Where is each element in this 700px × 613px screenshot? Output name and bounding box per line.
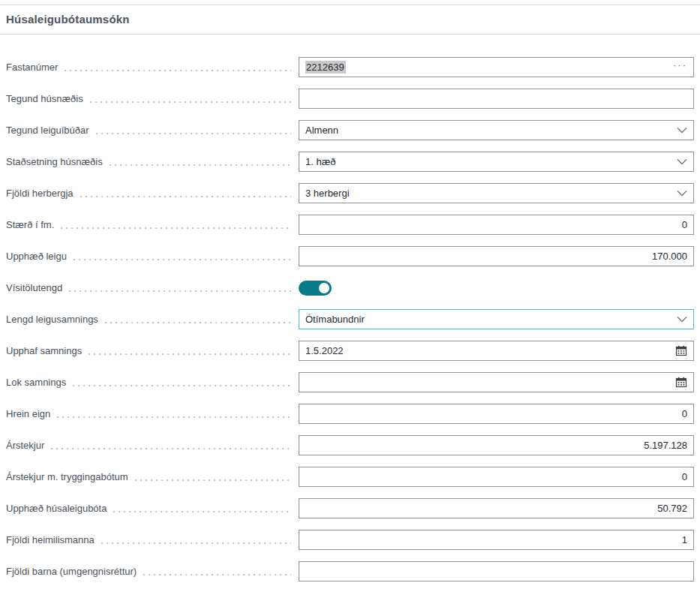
field-row-hrein-eign: Hrein eign 0: [6, 404, 694, 424]
selected-text: 2212639: [305, 61, 346, 74]
dotted-leader: [73, 385, 291, 387]
field-label: Hrein eign: [6, 408, 50, 419]
dotted-leader: [51, 448, 291, 450]
field-label: Tegund leiguíbúðar: [6, 125, 89, 136]
field-row-lok-samnings: Lok samnings: [6, 372, 694, 392]
field-label: Lok samnings: [6, 377, 66, 388]
field-row-arstekjur: Árstekjur 5.197.128: [6, 435, 694, 455]
arstekjur-m-tryggingabotum-input[interactable]: 0: [299, 467, 694, 487]
dotted-leader: [143, 574, 291, 576]
field-row-fjoldi-barna: Fjöldi barna (umgengnisréttur): [6, 561, 694, 581]
lengd-leigusamnings-select[interactable]: Ótímabundnir: [299, 309, 694, 329]
field-label: Fjöldi herbergja: [6, 188, 74, 199]
stadsetning-husnaedis-select[interactable]: 1. hæð: [299, 152, 694, 172]
selected-option: Almenn: [305, 125, 338, 136]
field-row-upphaed-husaleigubota: Upphæð húsaleigubóta 50.792: [6, 498, 694, 518]
dotted-leader: [80, 196, 291, 198]
calendar-icon[interactable]: [675, 345, 687, 356]
hrein-eign-input[interactable]: 0: [299, 404, 694, 424]
dotted-leader: [105, 322, 291, 324]
field-row-upphaed-leigu: Upphæð leigu 170.000: [6, 246, 694, 266]
visitolutengd-toggle[interactable]: [299, 281, 332, 296]
field-row-fjoldi-herbergja: Fjöldi herbergja 3 herbergi: [6, 183, 694, 203]
field-value: 0: [682, 408, 687, 419]
field-value: 0: [682, 219, 687, 230]
field-row-tegund-leiguibudar: Tegund leiguíbúðar Almenn: [6, 120, 694, 140]
field-label: Árstekjur: [6, 440, 44, 451]
selected-option: 1. hæð: [305, 156, 335, 167]
field-list: Fastanúmer 2212639 ··· Tegund húsnæðis T…: [0, 35, 700, 581]
chevron-down-icon[interactable]: [677, 316, 687, 323]
field-label: Fastanúmer: [6, 62, 58, 73]
upphaf-samnings-input[interactable]: 1.5.2022: [299, 341, 694, 361]
fjoldi-herbergja-select[interactable]: 3 herbergi: [299, 183, 694, 203]
field-label: Tegund húsnæðis: [6, 93, 83, 104]
dotted-leader: [101, 542, 291, 545]
field-value: 0: [682, 471, 687, 482]
fastanumer-input[interactable]: 2212639 ···: [299, 57, 694, 77]
field-row-stadsetning-husnaedis: Staðsetning húsnæðis 1. hæð: [6, 152, 694, 172]
field-value: 170.000: [652, 251, 687, 262]
husaleigubotaumsokn-form: Húsaleigubótaumsókn Fastanúmer 2212639 ·…: [0, 0, 700, 613]
dotted-leader: [135, 479, 291, 482]
selected-option: Ótímabundnir: [305, 314, 365, 325]
dotted-leader: [57, 416, 291, 419]
toggle-knob: [319, 283, 329, 293]
field-label: Upphæð leigu: [6, 251, 67, 262]
field-label: Stærð í fm.: [6, 219, 54, 230]
dotted-leader: [69, 290, 291, 293]
field-label: Vísitölutengd: [6, 282, 62, 293]
upphaed-husaleigubota-input[interactable]: 50.792: [299, 498, 694, 518]
dotted-leader: [74, 259, 291, 261]
card-header: Húsaleigubótaumsókn: [0, 5, 700, 35]
field-row-upphaf-samnings: Upphaf samnings 1.5.2022: [6, 341, 694, 361]
calendar-icon[interactable]: [675, 377, 687, 388]
page-title: Húsaleigubótaumsókn: [6, 13, 694, 26]
dotted-leader: [90, 101, 291, 104]
tegund-leiguibudar-select[interactable]: Almenn: [299, 120, 694, 140]
upphaed-leigu-input[interactable]: 170.000: [299, 246, 694, 266]
field-row-tegund-husnaedis: Tegund húsnæðis: [6, 89, 694, 109]
dotted-leader: [65, 70, 291, 72]
field-value: 5.197.128: [644, 440, 687, 451]
field-value: 1.5.2022: [305, 345, 344, 356]
field-label: Upphæð húsaleigubóta: [6, 503, 107, 514]
field-row-fastanumer: Fastanúmer 2212639 ···: [6, 57, 694, 77]
selected-option: 3 herbergi: [305, 188, 350, 199]
field-label: Árstekjur m. tryggingabótum: [6, 471, 128, 482]
field-row-staerd-i-fm: Stærð í fm. 0: [6, 215, 694, 235]
field-label: Lengd leigusamnings: [6, 314, 98, 325]
chevron-down-icon[interactable]: [677, 127, 687, 134]
lok-samnings-input[interactable]: [299, 372, 694, 392]
dotted-leader: [113, 511, 291, 513]
field-row-lengd-leigusamnings: Lengd leigusamnings Ótímabundnir: [6, 309, 694, 329]
field-value: 50.792: [657, 503, 687, 514]
field-label: Fjöldi barna (umgengnisréttur): [6, 566, 137, 577]
fjoldi-heimilismanna-input[interactable]: 1: [299, 530, 694, 550]
field-row-fjoldi-heimilismanna: Fjöldi heimilismanna 1: [6, 530, 694, 550]
staerd-i-fm-input[interactable]: 0: [299, 215, 694, 235]
tegund-husnaedis-input[interactable]: [299, 89, 694, 109]
field-row-visitolutengd: Vísitölutengd: [6, 278, 694, 298]
chevron-down-icon[interactable]: [677, 190, 687, 197]
arstekjur-input[interactable]: 5.197.128: [299, 435, 694, 455]
dotted-leader: [61, 227, 291, 230]
field-label: Staðsetning húsnæðis: [6, 156, 103, 167]
lookup-ellipsis-icon[interactable]: ···: [673, 62, 687, 69]
dotted-leader: [96, 133, 291, 135]
field-label: Fjöldi heimilismanna: [6, 534, 95, 545]
field-label: Upphaf samnings: [6, 345, 82, 356]
fjoldi-barna-input[interactable]: [299, 561, 694, 581]
chevron-down-icon[interactable]: [677, 158, 687, 165]
dotted-leader: [89, 353, 291, 356]
dotted-leader: [110, 164, 291, 167]
field-row-arstekjur-m-tryggingabotum: Árstekjur m. tryggingabótum 0: [6, 467, 694, 487]
field-value: 1: [682, 534, 687, 545]
